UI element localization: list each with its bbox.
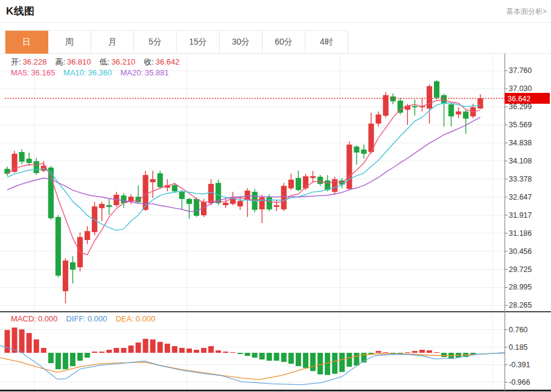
macd-bar [19, 329, 25, 353]
candle-body [56, 217, 61, 276]
macd-bar [303, 353, 308, 368]
price-tick-label: 28.265 [509, 301, 532, 309]
high-label: 高: [55, 57, 65, 66]
candle-body [34, 161, 39, 173]
tab-day[interactable]: 日 [5, 31, 48, 54]
current-price-tag-value: 36.642 [508, 95, 530, 103]
close-label: 收: [144, 57, 154, 66]
macd-bar [208, 346, 214, 353]
macd-tick-label: -0.966 [509, 378, 530, 387]
macd-bar [99, 352, 104, 353]
high-value: 36.810 [67, 57, 91, 66]
candle-body [354, 147, 359, 153]
macd-bar [5, 330, 10, 353]
macd-bar [201, 348, 206, 353]
ma5-line [7, 100, 480, 254]
macd-bar [274, 353, 279, 361]
tab-week[interactable]: 周 [48, 31, 91, 54]
macd-bar [237, 353, 243, 354]
low-value: 36.210 [111, 57, 135, 66]
price-tick-label: 33.378 [509, 175, 532, 183]
ma20-label: MA20: [120, 68, 143, 77]
candle-body [448, 104, 454, 116]
macd-bar [41, 348, 46, 353]
open-value: 36.228 [23, 57, 47, 66]
macd-bar [383, 352, 389, 353]
macd-bar [165, 344, 170, 353]
candle-body [296, 178, 301, 190]
macd-bar [434, 352, 439, 353]
candle-body [375, 115, 381, 124]
tab-min60[interactable]: 60分 [263, 31, 305, 54]
ma5-value: 36.165 [31, 68, 55, 77]
candle-body [303, 176, 308, 188]
tab-month[interactable]: 月 [91, 31, 134, 54]
macd-tick-label: -0.391 [509, 361, 530, 369]
candle-body [194, 199, 199, 216]
diff-value: 0.000 [88, 314, 107, 323]
macd-readout-row: MACD:0.000DIFF:0.000DEA:0.000 [11, 314, 164, 323]
price-tick-label: 29.725 [509, 265, 532, 274]
low-label: 低: [100, 57, 110, 66]
macd-tick-label: 0.760 [509, 326, 527, 334]
candle-body [412, 106, 418, 107]
macd-bar [332, 353, 337, 374]
macd-bar [70, 353, 75, 366]
candle-body [106, 205, 112, 207]
candle-body [441, 95, 447, 104]
close-value: 36.642 [156, 57, 180, 66]
price-tick-label: 37.760 [509, 66, 532, 75]
tab-min30[interactable]: 30分 [220, 31, 263, 54]
candle-body [208, 184, 214, 203]
macd-bar [267, 353, 272, 361]
candle-body [274, 205, 279, 207]
macd-bar [136, 343, 141, 353]
macd-bar [143, 339, 148, 353]
candle-body [150, 179, 156, 182]
macd-bar [252, 353, 258, 358]
candle-body [99, 204, 104, 208]
candle-body [27, 159, 32, 163]
macd-bar [405, 352, 410, 353]
tab-hour4[interactable]: 4时 [305, 31, 348, 54]
diff-label: DIFF: [66, 314, 86, 323]
macd-bar [376, 351, 381, 353]
tab-min15[interactable]: 15分 [177, 31, 220, 54]
macd-bar [288, 353, 294, 364]
candle-body [398, 101, 403, 113]
candle-body [310, 176, 316, 178]
candle-body [267, 197, 272, 209]
macd-bar [129, 346, 134, 353]
candle-body [179, 192, 185, 199]
macd-bar [27, 333, 32, 353]
price-tick-label: 28.995 [509, 283, 532, 291]
candle-body [361, 150, 366, 154]
macd-bar [317, 353, 323, 375]
candle-body [477, 98, 483, 109]
fundamental-analysis-link[interactable]: 基本面分析> [506, 7, 547, 17]
candle-body [121, 195, 126, 203]
candle-body [128, 197, 133, 201]
macd-bar [339, 353, 345, 372]
tab-min5[interactable]: 5分 [134, 31, 177, 54]
candle-body [288, 180, 294, 188]
macd-bar [419, 350, 425, 353]
macd-bar [34, 340, 39, 353]
ma10-label: MA10: [63, 68, 86, 77]
macd-bar [172, 346, 177, 353]
candle-body [70, 262, 75, 270]
macd-bar [281, 353, 287, 362]
dea-label: DEA: [115, 314, 133, 323]
macd-tick-label: 0.185 [509, 343, 527, 352]
ma-readout-row: MA5:36.165MA10:36.360MA20:35.881 [11, 68, 177, 77]
dea-value: 0.000 [136, 314, 156, 323]
candle-body [390, 96, 396, 101]
page-header: K线图 基本面分析> [0, 0, 551, 23]
macd-value: 0.000 [38, 314, 58, 323]
candle-body [237, 201, 243, 206]
macd-bar [325, 353, 330, 375]
candle-body [456, 112, 461, 115]
price-tick-label: 37.030 [509, 84, 532, 93]
macd-bar [113, 348, 119, 353]
candle-body [317, 177, 323, 184]
